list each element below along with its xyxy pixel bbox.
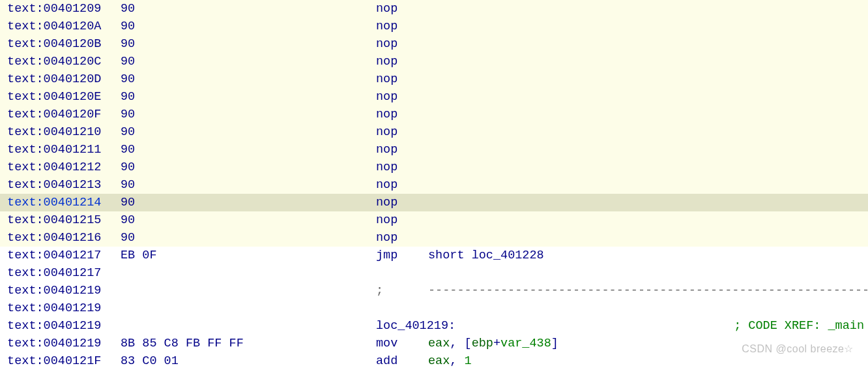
address: text:0040120C bbox=[0, 53, 121, 70]
mnemonic: jmp bbox=[376, 247, 428, 264]
xref-comment: ; CODE XREF: _main bbox=[734, 317, 868, 335]
disasm-line[interactable]: text:0040121F 83 C0 01addeax, 1 bbox=[0, 352, 868, 368]
mnemonic: mov bbox=[376, 335, 428, 352]
operands: eax, [ebp+var_438] bbox=[428, 335, 868, 352]
address: text:0040120F bbox=[0, 106, 121, 123]
disasm-line[interactable]: text:0040120D 90nop bbox=[0, 70, 868, 88]
mnemonic: nop bbox=[376, 141, 428, 159]
hex-bytes: 90 bbox=[121, 70, 376, 88]
disasm-line[interactable]: text:00401219 ; ------------------------… bbox=[0, 282, 868, 299]
mnemonic: nop bbox=[376, 159, 428, 176]
address: text:00401210 bbox=[0, 123, 121, 141]
disasm-line[interactable]: text:00401216 90nop bbox=[0, 229, 868, 247]
hex-bytes: 90 bbox=[121, 123, 376, 141]
address: text:00401214 bbox=[0, 194, 121, 211]
hex-bytes: 90 bbox=[121, 53, 376, 70]
disasm-line[interactable]: text:0040120F 90nop bbox=[0, 106, 868, 123]
disasm-line[interactable]: text:00401211 90nop bbox=[0, 141, 868, 159]
mnemonic: nop bbox=[376, 229, 428, 247]
address: text:0040120D bbox=[0, 70, 121, 88]
mnemonic: nop bbox=[376, 88, 428, 106]
disasm-line[interactable]: text:00401212 90nop bbox=[0, 159, 868, 176]
hex-bytes: 90 bbox=[121, 0, 376, 18]
disasm-line[interactable]: text:0040120C 90nop bbox=[0, 53, 868, 70]
mnemonic: nop bbox=[376, 211, 428, 229]
address: text:00401209 bbox=[0, 0, 121, 18]
disasm-line[interactable]: text:0040120E 90nop bbox=[0, 88, 868, 106]
address: text:00401211 bbox=[0, 141, 121, 159]
disasm-line[interactable]: text:00401213 90nop bbox=[0, 176, 868, 194]
hex-bytes: 90 bbox=[121, 35, 376, 53]
hex-bytes: 83 C0 01 bbox=[121, 352, 376, 368]
address: text:0040121F bbox=[0, 352, 121, 368]
hex-bytes: 8B 85 C8 FB FF FF bbox=[121, 335, 376, 352]
separator: ; bbox=[376, 282, 428, 299]
mnemonic: nop bbox=[376, 18, 428, 35]
disasm-line[interactable]: text:00401217 bbox=[0, 264, 868, 282]
address: text:00401216 bbox=[0, 229, 121, 247]
hex-bytes: 90 bbox=[121, 229, 376, 247]
address: text:0040120B bbox=[0, 35, 121, 53]
mnemonic: add bbox=[376, 352, 428, 368]
hex-bytes: 90 bbox=[121, 159, 376, 176]
address: text:00401219 bbox=[0, 299, 121, 317]
disasm-line[interactable]: text:00401209 90nop bbox=[0, 0, 868, 18]
mnemonic: nop bbox=[376, 176, 428, 194]
disassembly-view[interactable]: text:00401209 90nop text:0040120A 90nop … bbox=[0, 0, 868, 368]
disasm-line[interactable]: text:00401219 8B 85 C8 FB FF FFmoveax, [… bbox=[0, 335, 868, 352]
mnemonic: nop bbox=[376, 53, 428, 70]
address: text:00401213 bbox=[0, 176, 121, 194]
mnemonic: nop bbox=[376, 194, 428, 211]
mnemonic: nop bbox=[376, 35, 428, 53]
address: text:0040120E bbox=[0, 88, 121, 106]
operands: eax, 1 bbox=[428, 352, 868, 368]
disasm-line[interactable]: text:00401215 90nop bbox=[0, 211, 868, 229]
disasm-line[interactable]: text:0040120A 90nop bbox=[0, 18, 868, 35]
address: text:0040120A bbox=[0, 18, 121, 35]
hex-bytes: 90 bbox=[121, 176, 376, 194]
disasm-line[interactable]: text:00401219 bbox=[0, 299, 868, 317]
address: text:00401217 bbox=[0, 264, 121, 282]
code-label: loc_401219: bbox=[376, 317, 734, 335]
hex-bytes: 90 bbox=[121, 18, 376, 35]
mnemonic: nop bbox=[376, 0, 428, 18]
mnemonic: nop bbox=[376, 123, 428, 141]
hex-bytes: 90 bbox=[121, 88, 376, 106]
hex-bytes: EB 0F bbox=[121, 247, 376, 264]
hex-bytes: 90 bbox=[121, 211, 376, 229]
mnemonic: nop bbox=[376, 106, 428, 123]
disasm-line[interactable]: text:00401219 loc_401219:; CODE XREF: _m… bbox=[0, 317, 868, 335]
disasm-line[interactable]: text:00401210 90nop bbox=[0, 123, 868, 141]
address: text:00401212 bbox=[0, 159, 121, 176]
operands: short loc_401228 bbox=[428, 247, 868, 264]
address: text:00401215 bbox=[0, 211, 121, 229]
hex-bytes: 90 bbox=[121, 194, 376, 211]
separator-line: ----------------------------------------… bbox=[428, 282, 868, 299]
address: text:00401219 bbox=[0, 335, 121, 352]
address: text:00401219 bbox=[0, 317, 121, 335]
address: text:00401219 bbox=[0, 282, 121, 299]
hex-bytes: 90 bbox=[121, 106, 376, 123]
disasm-line[interactable]: text:00401214 90nop bbox=[0, 194, 868, 211]
disasm-line[interactable]: text:0040120B 90nop bbox=[0, 35, 868, 53]
address: text:00401217 bbox=[0, 247, 121, 264]
mnemonic: nop bbox=[376, 70, 428, 88]
disasm-line[interactable]: text:00401217 EB 0Fjmpshort loc_401228 bbox=[0, 247, 868, 264]
hex-bytes: 90 bbox=[121, 141, 376, 159]
